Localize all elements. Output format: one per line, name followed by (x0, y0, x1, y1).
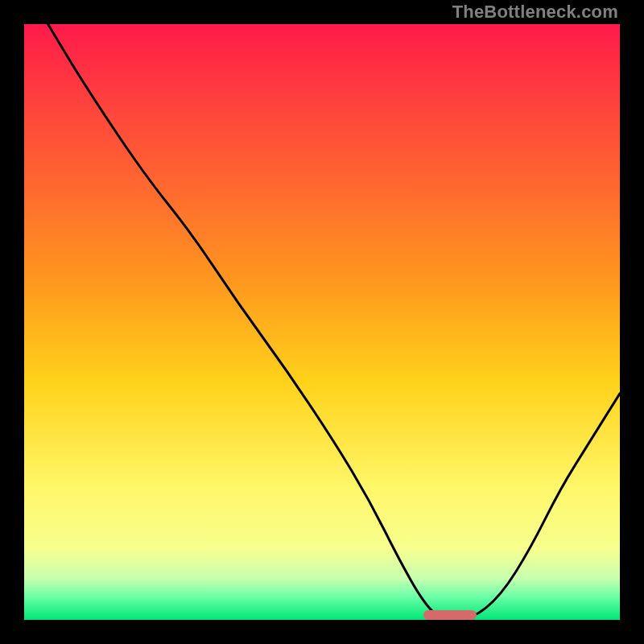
plot-area (24, 24, 620, 620)
watermark-text: TheBottleneck.com (452, 3, 618, 21)
chart-frame: TheBottleneck.com (0, 0, 644, 644)
curve-layer (24, 24, 620, 620)
bottleneck-min-marker (423, 610, 477, 620)
bottleneck-curve (48, 24, 620, 620)
